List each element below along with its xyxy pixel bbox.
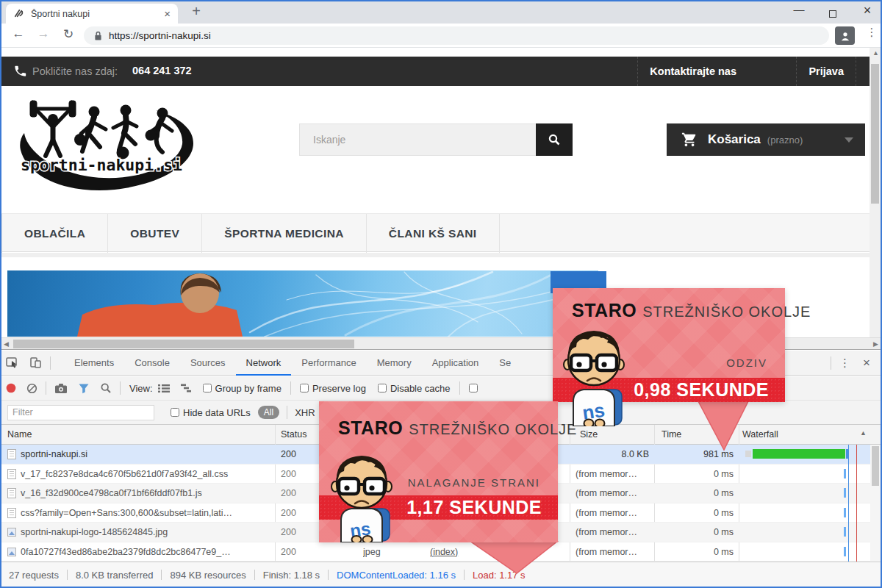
site-logo[interactable]: sportni-nakupi.si — [12, 93, 197, 200]
profile-icon[interactable] — [835, 26, 855, 45]
callout-title-strong: STARO — [338, 417, 403, 438]
nav-item-oblacila[interactable]: OBLAČILA — [1, 214, 108, 253]
document-icon — [7, 469, 16, 479]
preserve-log-checkbox[interactable] — [300, 384, 309, 392]
view-waterfall-icon[interactable] — [180, 383, 192, 393]
tab-performance[interactable]: Performance — [291, 351, 366, 376]
network-status-bar: 27 requests 8.0 KB transferred 894 KB re… — [1, 562, 881, 587]
tab-memory[interactable]: Memory — [367, 351, 422, 376]
devtools-close-icon[interactable]: × — [863, 356, 870, 370]
waterfall-tick — [844, 488, 846, 498]
dcl-marker-line — [848, 445, 849, 562]
search-field[interactable] — [299, 123, 536, 156]
tab-network[interactable]: Network — [236, 351, 292, 376]
filter-pill-xhr[interactable]: XHR — [295, 407, 315, 418]
sort-asc-icon[interactable]: ▲ — [860, 429, 867, 437]
disable-cache-checkbox[interactable] — [378, 384, 387, 392]
minimize-button[interactable]: — — [788, 3, 810, 15]
logo-text: sportni-nakupi.si — [21, 156, 182, 174]
cart-label: Košarica — [708, 132, 761, 147]
disable-cache-label: Disable cache — [390, 383, 451, 394]
nav-item-obutev[interactable]: OBUTEV — [108, 214, 202, 253]
cart-icon — [681, 132, 698, 148]
tab-strip: Športni nakupi × + — × — [1, 1, 881, 24]
new-tab-button[interactable]: + — [187, 3, 206, 20]
image-icon — [7, 548, 16, 556]
mascot-character: ns — [557, 322, 631, 426]
chevron-down-icon — [845, 137, 853, 143]
network-search-icon[interactable] — [100, 382, 112, 394]
record-icon[interactable] — [6, 383, 16, 393]
callout-pointer — [468, 541, 559, 575]
filter-funnel-icon[interactable] — [78, 383, 90, 394]
browser-menu-icon[interactable]: ⋮ — [864, 26, 880, 39]
refresh-button[interactable]: ↻ — [59, 26, 78, 42]
col-status[interactable]: Status — [281, 429, 306, 440]
contact-link[interactable]: Kontaktirajte nas — [637, 57, 748, 86]
close-button[interactable]: × — [856, 3, 878, 18]
callout-pointer — [697, 401, 750, 451]
browser-toolbar: ← → ↻ https://sportni-nakupi.si ⋮ — [1, 24, 881, 48]
inspect-icon[interactable] — [6, 356, 19, 369]
col-name[interactable]: Name — [7, 429, 32, 440]
tab-close-icon[interactable]: × — [164, 7, 171, 20]
nav-item-sportna-medicina[interactable]: ŠPORTNA MEDICINA — [202, 214, 367, 253]
maximize-button[interactable] — [822, 7, 844, 20]
load-marker-line — [856, 445, 857, 562]
waterfall-tick — [844, 508, 846, 517]
hero-banner[interactable] — [7, 270, 598, 337]
table-row[interactable]: 0fa10727f43ed86abe2ba2379fd8dc2bc86477e9… — [1, 542, 881, 562]
view-list-icon[interactable] — [158, 384, 170, 393]
vscroll-thumb[interactable] — [871, 64, 879, 204]
table-scrollbar[interactable] — [870, 445, 881, 562]
mascot-character: ns — [325, 450, 398, 542]
browser-tab[interactable]: Športni nakupi × — [6, 4, 178, 24]
callout-title-strong: STARO — [572, 300, 637, 320]
callout-title-rest: STREŽNIŠKO OKOLJE — [642, 304, 811, 320]
callout-pageload-label: NALAGANJE STRANI — [408, 476, 540, 489]
devtools-menu-icon[interactable]: ⋮ — [839, 356, 850, 370]
filter-pill-all[interactable]: All — [258, 406, 279, 419]
search-button[interactable] — [536, 123, 573, 156]
call-label: Pokličite nas zdaj: — [32, 65, 118, 77]
tab-sources[interactable]: Sources — [180, 351, 236, 376]
site-topbar: Pokličite nas zdaj: 064 241 372 Kontakti… — [1, 57, 881, 86]
waterfall-tick — [844, 527, 846, 537]
hide-data-urls-checkbox[interactable] — [171, 408, 179, 417]
group-by-frame-label: Group by frame — [215, 383, 282, 394]
browser-window: Športni nakupi × + — × ← → ↻ https://spo… — [0, 0, 882, 588]
tab-console[interactable]: Console — [124, 351, 180, 376]
lock-icon — [94, 31, 102, 41]
clear-icon[interactable] — [26, 383, 37, 394]
filter-input[interactable] — [7, 405, 154, 420]
offline-checkbox[interactable] — [469, 384, 478, 392]
col-time[interactable]: Time — [662, 429, 681, 440]
preserve-log-label: Preserve log — [312, 383, 366, 394]
cart-widget[interactable]: Košarica (prazno) — [667, 123, 865, 156]
back-button[interactable]: ← — [9, 26, 28, 41]
search-input[interactable] — [300, 124, 536, 155]
tab-application[interactable]: Application — [422, 351, 490, 376]
col-size[interactable]: Size — [580, 429, 598, 440]
url-text: https://sportni-nakupi.si — [109, 30, 211, 41]
device-toolbar-icon[interactable] — [29, 356, 42, 369]
nav-item-clani-ks-sani[interactable]: ČLANI KŠ SANI — [367, 214, 500, 253]
image-icon — [7, 528, 16, 537]
group-by-frame-checkbox[interactable] — [203, 384, 212, 392]
resources-size: 894 KB resources — [170, 570, 245, 581]
screenshot-icon[interactable] — [54, 383, 68, 394]
cart-empty-status: (prazno) — [767, 135, 803, 146]
forward-button[interactable]: → — [34, 26, 53, 41]
hscroll-thumb[interactable] — [13, 340, 354, 348]
waterfall-wait-bar — [745, 451, 751, 457]
view-label: View: — [129, 383, 153, 394]
login-link[interactable]: Prijava — [796, 57, 856, 86]
address-bar[interactable]: https://sportni-nakupi.si — [84, 26, 829, 45]
tab-elements[interactable]: Elements — [64, 351, 124, 376]
document-icon — [7, 449, 16, 459]
main-nav: OBLAČILA OBUTEV ŠPORTNA MEDICINA ČLANI K… — [1, 213, 881, 252]
document-icon — [7, 508, 16, 518]
vertical-scrollbar[interactable]: ▲ — [870, 48, 881, 337]
waterfall-green-bar — [753, 449, 845, 459]
tab-security[interactable]: Se — [489, 351, 521, 376]
